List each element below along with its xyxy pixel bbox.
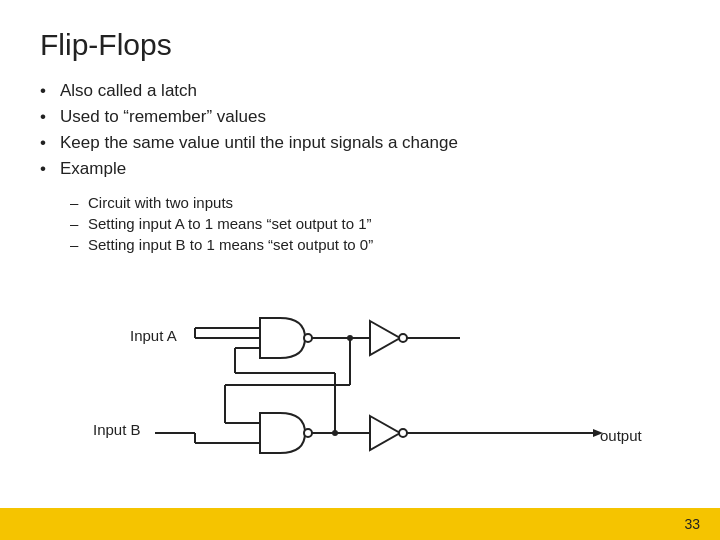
- bullet-2: Used to “remember” values: [40, 104, 680, 130]
- bottom-bar: 33: [0, 508, 720, 540]
- input-b-label: Input B: [93, 421, 141, 438]
- sub-bullet-3: Setting input B to 1 means “set output t…: [70, 234, 680, 255]
- circuit-svg: Input A Input B output: [40, 273, 680, 483]
- input-a-label: Input A: [130, 327, 177, 344]
- content-area: Also called a latch Used to “remember” v…: [0, 78, 720, 273]
- bullet-1: Also called a latch: [40, 78, 680, 104]
- circuit-diagram: Input A Input B output: [40, 273, 680, 483]
- bullet-3: Keep the same value until the input sign…: [40, 130, 680, 156]
- bullet-4: Example: [40, 156, 680, 182]
- svg-marker-17: [370, 416, 400, 450]
- svg-point-30: [347, 335, 353, 341]
- sub-bullet-1: Circuit with two inputs: [70, 192, 680, 213]
- slide-number: 33: [684, 516, 700, 532]
- svg-point-8: [399, 334, 407, 342]
- svg-point-18: [399, 429, 407, 437]
- svg-marker-7: [370, 321, 400, 355]
- sub-bullet-2: Setting input A to 1 means “set output t…: [70, 213, 680, 234]
- svg-point-1: [304, 334, 312, 342]
- slide-container: Flip-Flops Also called a latch Used to “…: [0, 0, 720, 540]
- bullet-list: Also called a latch Used to “remember” v…: [40, 78, 680, 182]
- slide-title: Flip-Flops: [0, 0, 720, 78]
- svg-point-31: [332, 430, 338, 436]
- sub-bullet-list: Circuit with two inputs Setting input A …: [70, 192, 680, 255]
- svg-point-10: [304, 429, 312, 437]
- output-label: output: [600, 427, 643, 444]
